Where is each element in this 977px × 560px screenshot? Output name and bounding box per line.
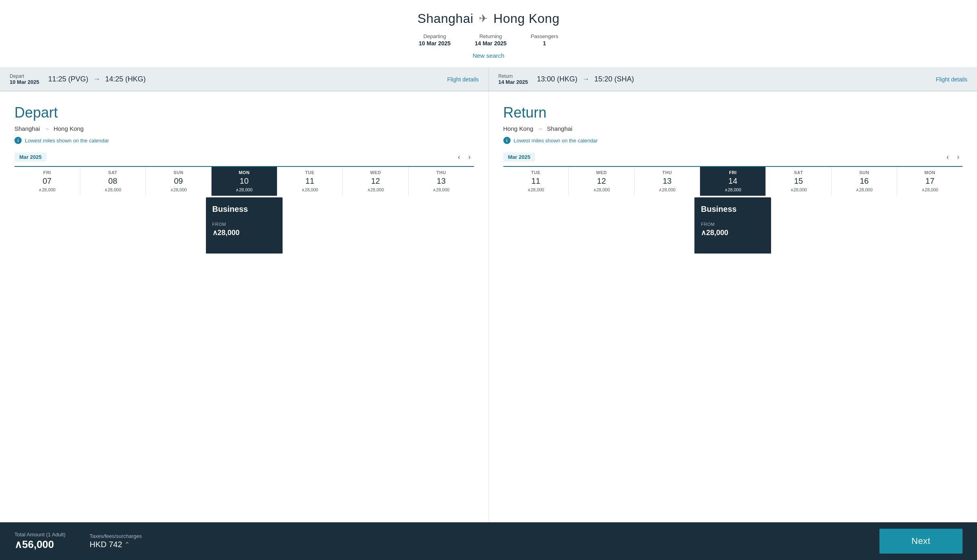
- cal-day-13[interactable]: THU 13 ∧28,000: [635, 167, 700, 196]
- depart-bar-date: 10 Mar 2025: [10, 79, 42, 85]
- return-fare-cards: Business FROM ∧28,000: [503, 197, 963, 254]
- total-amount-section: Total Amount (1 Adult) ∧56,000: [14, 532, 65, 551]
- return-panel-title: Return: [503, 104, 963, 121]
- depart-info-icon: i: [14, 137, 22, 144]
- passengers-count: 1: [531, 40, 558, 47]
- cal-day-11[interactable]: TUE 11 ∧28,000: [277, 167, 343, 196]
- passengers-label: Passengers: [531, 33, 558, 39]
- return-times: 13:00 (HKG) → 15:20 (SHA): [537, 75, 930, 83]
- route-title: Shanghai ✈ Hong Kong: [16, 11, 961, 26]
- depart-arrow-icon: →: [93, 75, 100, 83]
- return-cal-month: Mar 2025: [503, 152, 535, 162]
- return-info-icon: i: [503, 137, 511, 144]
- taxes-amount: HKD 742: [90, 540, 122, 549]
- depart-panel-route: Shanghai → Hong Kong: [14, 125, 474, 132]
- taxes-chevron-icon: ⌃: [124, 541, 130, 548]
- depart-flight-details-link[interactable]: Flight details: [447, 76, 479, 83]
- origin-city: Shanghai: [417, 11, 473, 26]
- depart-cal-next-button[interactable]: ›: [465, 151, 474, 163]
- depart-flight-bar: Depart 10 Mar 2025 11:25 (PVG) → 14:25 (…: [0, 68, 489, 91]
- main-panels: Depart Shanghai → Hong Kong i Lowest mil…: [0, 91, 977, 539]
- taxes-label: Taxes/fees/surcharges: [90, 533, 142, 539]
- cal-day-15[interactable]: SAT 15 ∧28,000: [766, 167, 832, 196]
- return-flight-bar: Return 14 Mar 2025 13:00 (HKG) → 15:20 (…: [489, 68, 977, 91]
- return-arrow-icon: →: [582, 75, 590, 83]
- returning-label: Returning: [475, 33, 507, 39]
- depart-calendar-header: Mar 2025 ‹ ›: [14, 151, 474, 163]
- total-value: ∧56,000: [14, 538, 65, 551]
- return-route-arrow-icon: →: [537, 126, 543, 132]
- depart-panel-title: Depart: [14, 104, 474, 121]
- taxes-value: HKD 742 ⌃: [90, 540, 142, 549]
- return-info-text: Lowest miles shown on the calendar: [514, 138, 598, 144]
- total-label: Total Amount (1 Adult): [14, 532, 65, 538]
- departing-date: 10 Mar 2025: [419, 40, 450, 47]
- depart-fare-cards: Business FROM ∧28,000: [14, 197, 474, 254]
- return-time-to: 15:20 (SHA): [594, 75, 634, 83]
- departing-info: Departing 10 Mar 2025: [419, 33, 450, 47]
- passengers-info: Passengers 1: [531, 33, 558, 47]
- cal-day-16[interactable]: SUN 16 ∧28,000: [832, 167, 898, 196]
- returning-info: Returning 14 Mar 2025: [475, 33, 507, 47]
- return-route-from: Hong Kong: [503, 125, 533, 132]
- depart-route-to: Hong Kong: [53, 125, 83, 132]
- cal-day-09[interactable]: SUN 09 ∧28,000: [146, 167, 212, 196]
- cal-day-11[interactable]: TUE 11 ∧28,000: [503, 167, 569, 196]
- cal-day-14[interactable]: FRI 14 ∧28,000: [700, 167, 766, 196]
- cal-day-13[interactable]: THU 13 ∧28,000: [409, 167, 474, 196]
- cal-day-17[interactable]: MON 17 ∧28,000: [897, 167, 963, 196]
- returning-date: 14 Mar 2025: [475, 40, 507, 47]
- depart-time-from: 11:25 (PVG): [48, 75, 88, 83]
- destination-city: Hong Kong: [493, 11, 560, 26]
- cal-day-07[interactable]: FRI 07 ∧28,000: [14, 167, 80, 196]
- fare-card[interactable]: Business FROM ∧28,000: [206, 197, 283, 254]
- plane-icon: ✈: [479, 12, 488, 25]
- departing-label: Departing: [419, 33, 450, 39]
- depart-route-arrow-icon: →: [44, 126, 49, 132]
- trip-info: Departing 10 Mar 2025 Returning 14 Mar 2…: [16, 33, 961, 47]
- return-cal-grid: TUE 11 ∧28,000 WED 12 ∧28,000 THU 13 ∧28…: [503, 166, 963, 196]
- return-label: Return: [499, 73, 531, 79]
- return-time-from: 13:00 (HKG): [537, 75, 578, 83]
- page-header: Shanghai ✈ Hong Kong Departing 10 Mar 20…: [0, 0, 977, 68]
- return-cal-prev-button[interactable]: ‹: [943, 151, 952, 163]
- return-flight-details-link[interactable]: Flight details: [936, 76, 967, 83]
- fare-card[interactable]: Business FROM ∧28,000: [694, 197, 771, 254]
- return-bar-label: Return 14 Mar 2025: [499, 73, 531, 85]
- depart-times: 11:25 (PVG) → 14:25 (HKG): [48, 75, 441, 83]
- depart-bar-label: Depart 10 Mar 2025: [10, 73, 42, 85]
- return-panel-route: Hong Kong → Shanghai: [503, 125, 963, 132]
- depart-cal-month: Mar 2025: [14, 152, 47, 162]
- cal-day-08[interactable]: SAT 08 ∧28,000: [80, 167, 146, 196]
- next-button[interactable]: Next: [879, 529, 963, 554]
- cal-day-10[interactable]: MON 10 ∧28,000: [212, 167, 277, 196]
- cal-day-12[interactable]: WED 12 ∧28,000: [343, 167, 409, 196]
- return-cal-next-button[interactable]: ›: [954, 151, 963, 163]
- return-bar-date: 14 Mar 2025: [499, 79, 531, 85]
- return-calendar-header: Mar 2025 ‹ ›: [503, 151, 963, 163]
- depart-cal-grid: FRI 07 ∧28,000 SAT 08 ∧28,000 SUN 09 ∧28…: [14, 166, 474, 196]
- return-panel: Return Hong Kong → Shanghai i Lowest mil…: [489, 91, 977, 539]
- new-search-link[interactable]: New search: [472, 52, 504, 59]
- flight-bars: Depart 10 Mar 2025 11:25 (PVG) → 14:25 (…: [0, 68, 977, 91]
- depart-cal-prev-button[interactable]: ‹: [455, 151, 464, 163]
- return-route-to: Shanghai: [547, 125, 572, 132]
- depart-route-from: Shanghai: [14, 125, 40, 132]
- bottom-bar: Total Amount (1 Adult) ∧56,000 Taxes/fee…: [0, 522, 977, 560]
- depart-time-to: 14:25 (HKG): [105, 75, 146, 83]
- depart-info-text: Lowest miles shown on the calendar: [25, 138, 109, 144]
- depart-label: Depart: [10, 73, 42, 79]
- taxes-section: Taxes/fees/surcharges HKD 742 ⌃: [90, 533, 142, 549]
- depart-info-bar: i Lowest miles shown on the calendar: [14, 137, 474, 144]
- cal-day-12[interactable]: WED 12 ∧28,000: [569, 167, 635, 196]
- return-info-bar: i Lowest miles shown on the calendar: [503, 137, 963, 144]
- depart-panel: Depart Shanghai → Hong Kong i Lowest mil…: [0, 91, 489, 539]
